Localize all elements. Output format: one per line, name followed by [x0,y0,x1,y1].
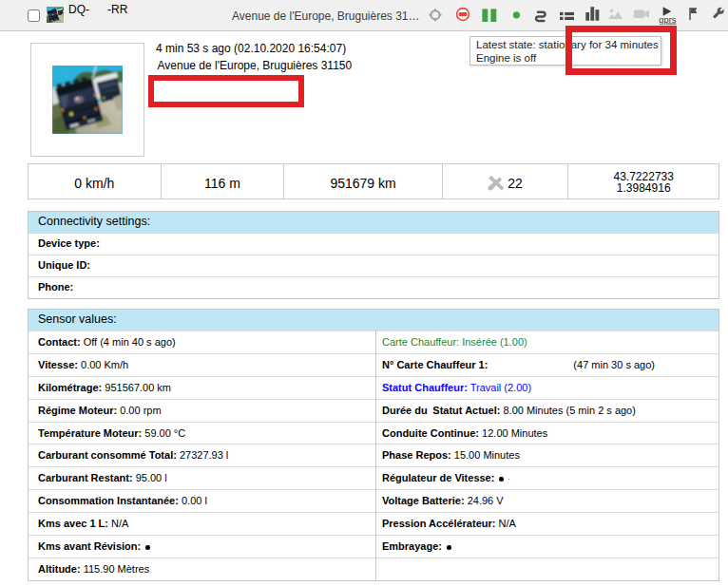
svg-text:gprs: gprs [659,15,676,25]
